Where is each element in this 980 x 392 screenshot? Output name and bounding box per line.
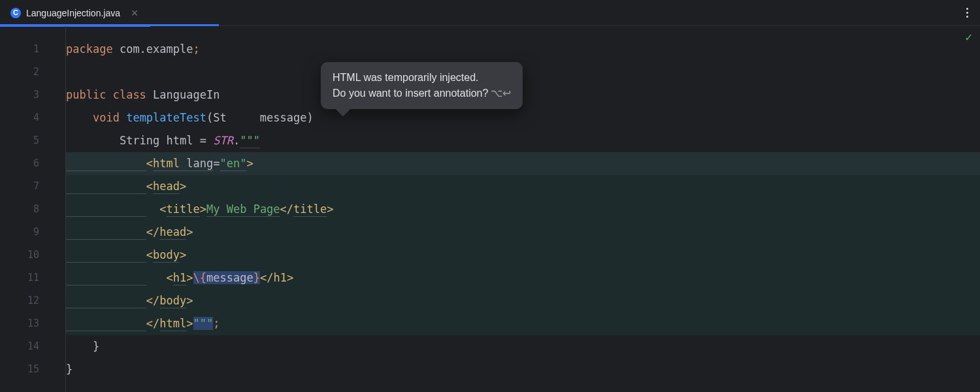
angle-close: > (246, 157, 253, 170)
file-tab[interactable]: C LanguageInjection.java × (0, 0, 150, 26)
line-number[interactable]: 2 (0, 61, 65, 84)
code-line[interactable]: } (66, 358, 980, 381)
space (180, 157, 186, 170)
popup-line-1: HTML was temporarily injected. (333, 70, 511, 86)
angle-open: < (146, 248, 153, 261)
angle-open: < (146, 180, 153, 193)
package-name: com.example (120, 42, 193, 56)
angle-close: > (200, 203, 206, 216)
angle-open: < (167, 271, 173, 284)
code-line[interactable]: </html>"""; (66, 312, 980, 335)
line-number[interactable]: 5 (0, 129, 65, 152)
editor-tab-bar: C LanguageInjection.java × (0, 0, 980, 26)
line-number[interactable]: 12 (0, 289, 65, 312)
method-params: (St message) (206, 111, 327, 124)
code-line[interactable]: <body> (66, 244, 980, 267)
dot: . (233, 134, 240, 147)
triple-quote-open: """ (240, 134, 260, 147)
indent (66, 271, 146, 284)
line-number[interactable]: 11 (0, 267, 65, 289)
code-area[interactable]: HTML was temporarily injected. Do you wa… (65, 26, 980, 392)
angle-close: > (186, 317, 193, 330)
title-text: My Web Page (206, 203, 280, 216)
angle-close: > (327, 203, 333, 216)
tab-more-button[interactable] (954, 0, 980, 26)
tag-head: head (153, 180, 180, 193)
angle-open-close: </ (280, 203, 293, 216)
indent (66, 294, 146, 307)
angle-open-close: </ (146, 294, 159, 307)
str-template-processor: STR (213, 134, 233, 147)
angle-open: < (159, 203, 166, 216)
code-line[interactable]: package com.example; (66, 38, 980, 61)
keyword-package: package (66, 42, 113, 56)
code-line[interactable]: </head> (66, 221, 980, 244)
attr-lang: lang (186, 157, 213, 170)
tag-h1: h1 (173, 271, 186, 284)
code-line[interactable]: <head> (66, 175, 980, 198)
keyword-class: class (113, 88, 146, 101)
angle-open: < (146, 157, 153, 170)
template-expr-open: \{ (193, 271, 206, 284)
code-line[interactable]: public class LanguageIn (66, 84, 980, 106)
line-number[interactable]: 8 (0, 198, 65, 221)
template-expr-close: } (253, 271, 260, 284)
angle-close: > (186, 271, 193, 284)
method-name: templateTest (126, 111, 206, 124)
indent (66, 317, 146, 330)
equals: = (213, 157, 220, 170)
code-line[interactable] (66, 61, 980, 84)
line-number[interactable]: 6 (0, 152, 65, 175)
tag-h1-close: h1 (273, 271, 286, 284)
tag-html: html (153, 157, 180, 170)
tag-body-close: body (159, 294, 186, 307)
popup-shortcut: ⌥↩ (491, 88, 511, 99)
code-line-current[interactable]: <html lang="en"> (66, 152, 980, 175)
line-number[interactable]: 13 (0, 312, 65, 335)
angle-close: > (186, 294, 193, 307)
angle-close: > (180, 180, 186, 193)
code-line[interactable]: String html = STR.""" (66, 129, 980, 152)
tag-html-close: html (159, 317, 186, 330)
close-brace: } (66, 363, 73, 376)
code-line[interactable]: </body> (66, 289, 980, 312)
line-number[interactable]: 3 (0, 84, 65, 106)
injection-hint-popup[interactable]: HTML was temporarily injected. Do you wa… (321, 62, 523, 109)
line-number[interactable]: 10 (0, 244, 65, 267)
semicolon: ; (213, 317, 220, 330)
line-number[interactable]: 4 (0, 106, 65, 129)
kebab-icon (966, 8, 968, 18)
line-number[interactable]: 7 (0, 175, 65, 198)
type-string: String (120, 134, 159, 147)
template-var-message: message (206, 271, 253, 284)
keyword-public: public (66, 88, 106, 101)
angle-close: > (287, 271, 293, 284)
java-class-icon: C (10, 8, 21, 18)
line-number-gutter[interactable]: 1 2 3 4 5 6 7 8 9 10 11 12 13 14 15 (0, 26, 65, 392)
angle-open-close: </ (260, 271, 273, 284)
angle-open-close: </ (146, 225, 159, 238)
triple-quote-close: """ (193, 317, 214, 330)
code-line[interactable]: void templateTest(St message) (66, 106, 980, 129)
angle-close: > (186, 225, 193, 238)
code-line[interactable]: } (66, 335, 980, 358)
line-number[interactable]: 9 (0, 221, 65, 244)
angle-open-close: </ (146, 317, 159, 330)
tag-head-close: head (159, 225, 186, 238)
code-line[interactable]: <h1>\{message}</h1> (66, 267, 980, 289)
code-line[interactable]: <title>My Web Page</title> (66, 198, 980, 221)
angle-close: > (180, 248, 186, 261)
tag-title-close: title (293, 203, 327, 216)
equals: = (193, 134, 214, 147)
class-name: LanguageIn (153, 88, 220, 101)
close-tab-button[interactable]: × (129, 8, 140, 18)
indent (66, 180, 146, 193)
line-number[interactable]: 15 (0, 358, 65, 381)
line-number[interactable]: 14 (0, 335, 65, 358)
line-number[interactable]: 1 (0, 38, 65, 61)
indent (66, 248, 146, 261)
popup-line-2: Do you want to insert annotation? (333, 88, 488, 99)
attr-value-en: "en" (220, 157, 246, 170)
code-editor[interactable]: ✓ 1 2 3 4 5 6 7 8 9 10 11 12 13 14 15 HT… (0, 26, 980, 392)
file-tab-label: LanguageInjection.java (26, 8, 120, 18)
